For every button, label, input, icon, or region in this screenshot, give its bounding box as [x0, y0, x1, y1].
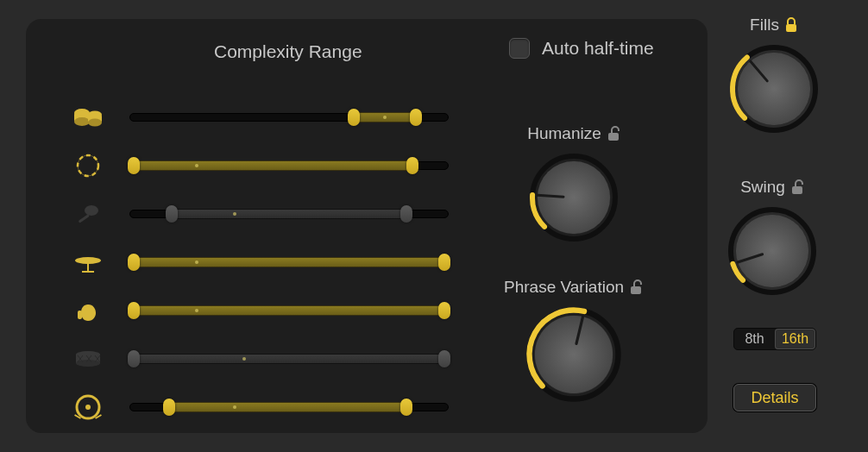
phrase-variation-knob[interactable] [523, 304, 625, 405]
svg-rect-11 [87, 261, 89, 271]
svg-rect-13 [78, 311, 82, 319]
auto-half-time-checkbox[interactable] [509, 38, 530, 59]
right-column: Fills Swing 8th16th Details [726, 9, 856, 440]
shaker-complexity-slider[interactable] [129, 204, 449, 223]
complexity-row-tambourine [72, 141, 469, 190]
bongos-icon[interactable] [72, 102, 104, 133]
swing-option-16th[interactable]: 16th [775, 329, 815, 349]
complexity-row-shaker [72, 190, 469, 238]
fills-group: Fills [726, 16, 821, 136]
svg-rect-12 [82, 271, 94, 273]
svg-rect-21 [608, 133, 619, 141]
svg-point-24 [538, 161, 610, 234]
svg-rect-27 [631, 286, 641, 294]
complexity-row-bongos [72, 93, 469, 141]
humanize-knob[interactable] [526, 150, 621, 245]
tambourine-icon[interactable] [72, 150, 104, 181]
svg-point-30 [534, 316, 612, 393]
svg-point-5 [88, 119, 102, 127]
cymbal-complexity-slider[interactable] [129, 253, 449, 272]
auto-half-time-control[interactable]: Auto half-time [509, 38, 654, 59]
bongos-complexity-slider[interactable] [129, 108, 449, 127]
kick-complexity-slider[interactable] [129, 398, 449, 417]
details-button[interactable]: Details [733, 384, 816, 411]
complexity-row-clap [72, 286, 469, 335]
complexity-row-snare [72, 335, 469, 383]
svg-line-26 [538, 195, 563, 197]
drummer-main-panel: Complexity Range Auto half-time Humanize… [26, 19, 708, 433]
svg-point-36 [738, 53, 810, 125]
svg-rect-33 [786, 24, 796, 32]
unlock-icon[interactable] [790, 179, 804, 195]
svg-point-2 [74, 117, 90, 126]
unlock-icon[interactable] [607, 126, 620, 141]
kick-icon[interactable] [72, 392, 104, 423]
snare-icon[interactable] [72, 343, 104, 374]
humanize-label: Humanize [527, 124, 601, 143]
complexity-row-cymbal [72, 238, 469, 286]
humanize-group: Humanize [526, 124, 621, 245]
clap-icon[interactable] [72, 295, 104, 326]
tambourine-complexity-slider[interactable] [129, 156, 449, 175]
svg-rect-9 [79, 214, 90, 223]
cymbal-icon[interactable] [72, 247, 104, 278]
lock-icon[interactable] [784, 17, 798, 33]
svg-point-7 [78, 155, 98, 176]
swing-label: Swing [740, 178, 785, 197]
swing-mode-toggle[interactable]: 8th16th [733, 328, 816, 350]
svg-point-18 [85, 405, 91, 410]
phrase-variation-group: Phrase Variation [504, 278, 643, 405]
unlock-icon[interactable] [629, 279, 643, 295]
complexity-range-title: Complexity Range [214, 41, 362, 62]
swing-group: Swing [725, 178, 820, 298]
phrase-variation-label: Phrase Variation [504, 278, 624, 297]
svg-point-8 [85, 205, 98, 216]
svg-rect-39 [792, 186, 802, 194]
clap-complexity-slider[interactable] [129, 301, 449, 320]
fills-label: Fills [750, 16, 779, 35]
fills-knob[interactable] [726, 41, 821, 136]
shaker-icon[interactable] [72, 198, 104, 229]
swing-option-8th[interactable]: 8th [734, 329, 775, 349]
complexity-row-kick [72, 383, 469, 431]
complexity-rows [72, 93, 469, 431]
snare-complexity-slider[interactable] [129, 349, 449, 368]
svg-point-42 [736, 215, 808, 287]
swing-knob[interactable] [725, 204, 820, 298]
auto-half-time-label: Auto half-time [542, 38, 654, 59]
